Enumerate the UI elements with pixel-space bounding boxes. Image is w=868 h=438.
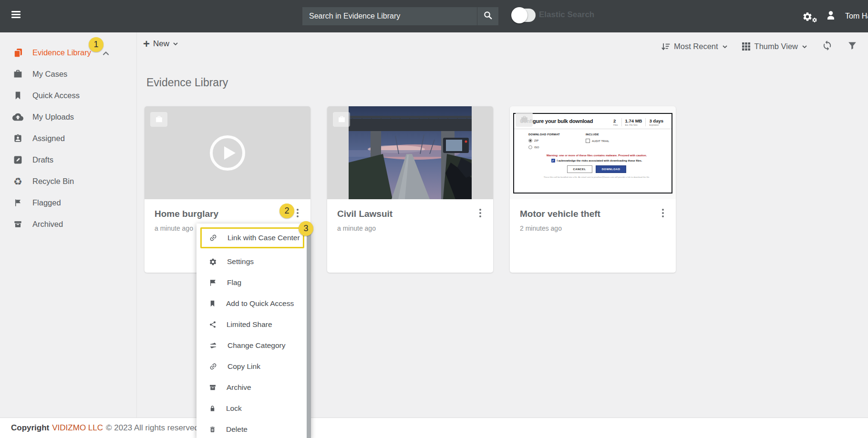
footer: Copyright VIDIZMO LLC © 2023 All rights … — [0, 418, 868, 438]
sidebar-item-drafts[interactable]: Drafts — [0, 149, 136, 171]
mini-malware-warning: Warning: one or more of these files cont… — [528, 154, 665, 157]
sidebar-item-evidence-library[interactable]: Evidence Library — [0, 42, 136, 63]
sidebar-item-label: Archived — [32, 220, 63, 229]
sidebar-item-archived[interactable]: Archived — [0, 214, 136, 235]
chevron-down-icon — [173, 42, 178, 46]
hamburger-menu-icon[interactable] — [11, 11, 21, 20]
menu-item-flag[interactable]: Flag — [196, 272, 311, 293]
refresh-button[interactable] — [822, 40, 833, 53]
mini-iso-radio — [528, 145, 532, 149]
sidebar-item-label: My Cases — [32, 70, 67, 79]
mini-download-button: DOWNLOAD — [596, 165, 627, 173]
evidence-card-motor-vehicle-theft[interactable]: Configure your bulk download 2Files 1.74… — [510, 106, 676, 273]
annotation-step-2: 2 — [279, 204, 294, 218]
toolbar-right-controls: Most Recent Thumb View — [661, 40, 858, 53]
new-button[interactable]: + New — [143, 38, 178, 50]
archive-icon — [209, 384, 217, 391]
sidebar-item-my-uploads[interactable]: My Uploads — [0, 106, 136, 128]
search-input[interactable] — [302, 7, 477, 25]
menu-item-copy-link[interactable]: Copy Link — [196, 356, 311, 377]
annotation-step-1: 1 — [89, 37, 103, 52]
view-mode-label: Thumb View — [754, 42, 798, 51]
menu-item-link-with-case-center[interactable]: Link with Case Center — [200, 227, 304, 248]
menu-item-label: Copy Link — [227, 362, 260, 371]
edit-draft-icon — [12, 154, 23, 165]
card-title: Motor vehicle theft — [520, 209, 666, 219]
video-thumbnail[interactable] — [145, 106, 310, 199]
mini-audit-checkbox — [586, 139, 590, 143]
menu-item-label: Archive — [227, 383, 251, 392]
vidizmo-brand-link[interactable]: VIDIZMO LLC — [52, 423, 103, 433]
admin-gears-icon[interactable] — [802, 10, 816, 22]
menu-item-limited-share[interactable]: Limited Share — [196, 314, 311, 335]
card-title: Civil Lawsuit — [337, 209, 484, 219]
menu-item-settings[interactable]: Settings — [196, 251, 311, 272]
elastic-search-toggle[interactable] — [513, 9, 536, 22]
gear-icon — [209, 258, 217, 266]
lock-icon — [209, 405, 216, 412]
briefcase-icon — [12, 69, 23, 80]
card-options-kebab-icon[interactable] — [475, 208, 486, 218]
sidebar-item-label: Assigned — [32, 134, 65, 143]
swap-arrows-icon — [209, 342, 217, 349]
sidebar-item-recycle-bin[interactable]: ♻ Recycle Bin — [0, 171, 136, 192]
mini-stat-files-value: 2 — [613, 118, 618, 123]
menu-item-label: Link with Case Center — [227, 234, 300, 242]
card-timestamp: 2 minutes ago — [520, 224, 666, 232]
link-icon — [207, 232, 219, 244]
highway-overpass-photo — [349, 106, 472, 199]
mini-download-format-label: DOWNLOAD FORMAT — [528, 133, 586, 136]
menu-scrollbar-thumb[interactable] — [307, 227, 311, 438]
card-options-kebab-icon[interactable] — [658, 208, 668, 218]
search-bar — [302, 7, 498, 25]
plus-icon: + — [143, 38, 150, 50]
menu-item-change-category[interactable]: Change Category — [196, 335, 311, 356]
sidebar-item-assigned[interactable]: Assigned — [0, 128, 136, 149]
copyright-label: Copyright — [11, 423, 49, 433]
menu-item-archive[interactable]: Archive — [196, 377, 311, 398]
link-icon — [207, 360, 219, 372]
evidence-card-civil-lawsuit[interactable]: Civil Lawsuit a minute ago — [327, 106, 493, 273]
mini-fine-print: These files will be bundled into a file.… — [528, 176, 665, 178]
menu-item-label: Flag — [227, 278, 241, 287]
menu-item-add-to-quick-access[interactable]: Add to Quick Access — [196, 293, 311, 314]
search-icon — [483, 10, 493, 22]
app-window: Elastic Search Tom Ha Evidence Library — [0, 0, 868, 438]
search-button[interactable] — [477, 7, 498, 25]
mini-stat-files-label: Files — [613, 124, 618, 126]
assignment-badge-icon — [12, 133, 23, 144]
mini-stat-size-label: Est. File Size — [625, 124, 642, 126]
sidebar-item-label: Flagged — [32, 198, 61, 207]
case-briefcase-icon — [150, 112, 167, 127]
sort-dropdown-label: Most Recent — [674, 42, 718, 51]
sidebar-item-flagged[interactable]: Flagged — [0, 192, 136, 214]
menu-item-lock[interactable]: Lock — [196, 398, 311, 419]
menu-item-label: Change Category — [227, 341, 286, 350]
filter-funnel-icon — [847, 41, 858, 51]
photo-thumbnail[interactable] — [327, 106, 493, 199]
refresh-icon — [822, 40, 833, 51]
mini-zip-radio — [528, 139, 532, 143]
menu-item-label: Limited Share — [227, 320, 272, 329]
mini-cancel-button: CANCEL — [567, 165, 592, 173]
sort-descending-icon — [661, 42, 670, 51]
user-avatar-icon[interactable] — [825, 10, 837, 23]
sort-dropdown[interactable]: Most Recent — [661, 42, 728, 51]
document-thumbnail[interactable]: Configure your bulk download 2Files 1.74… — [510, 106, 676, 199]
sidebar-item-quick-access[interactable]: Quick Access — [0, 85, 136, 106]
menu-item-delete[interactable]: Delete — [196, 419, 311, 438]
sidebar-item-my-cases[interactable]: My Cases — [0, 63, 136, 85]
sidebar-item-label: Quick Access — [32, 91, 80, 100]
user-name[interactable]: Tom Ha — [845, 12, 868, 20]
card-context-menu: Link with Case Center Settings Flag Add … — [196, 224, 311, 438]
elastic-search-label: Elastic Search — [539, 10, 594, 20]
collapse-chevron-up-icon[interactable] — [102, 49, 110, 58]
flag-icon — [12, 197, 23, 208]
evidence-library-icon — [12, 47, 23, 58]
card-title: Home burglary — [155, 209, 301, 219]
filter-button[interactable] — [847, 41, 858, 52]
menu-item-label: Settings — [227, 257, 254, 266]
view-mode-dropdown[interactable]: Thumb View — [742, 42, 807, 51]
toggle-knob — [511, 7, 527, 23]
play-icon[interactable] — [208, 134, 247, 172]
